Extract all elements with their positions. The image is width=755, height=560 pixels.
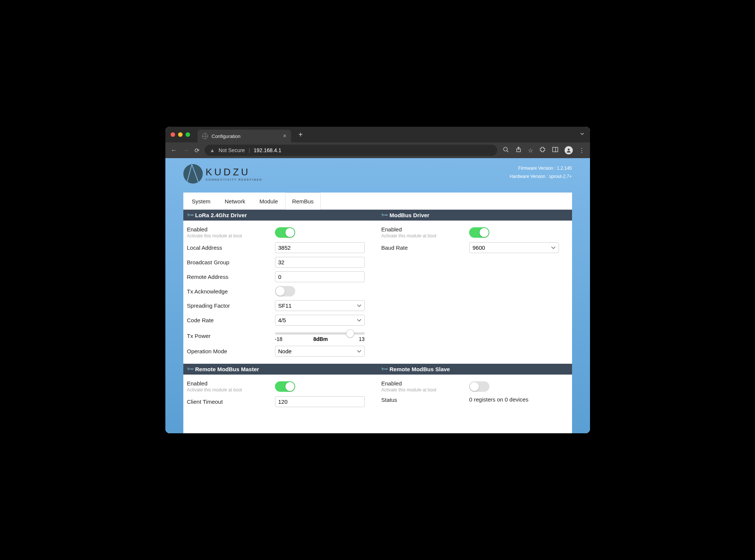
remote-slave-status-value: 0 registers on 0 devices [469,396,528,403]
extensions-icon[interactable] [539,146,546,154]
titlebar: Configuration × + [165,127,590,142]
remote-slave-status-label: Status [381,397,469,403]
panel-modbus: 🔧 ModBus Driver Enabled Activate this mo… [378,210,572,364]
lora-op-mode-label: Operation Mode [187,348,275,354]
tx-power-max: 13 [359,336,365,342]
browser-tab[interactable]: Configuration × [198,130,291,142]
lora-enabled-toggle[interactable] [275,227,295,238]
globe-icon [202,133,208,139]
tabs-dropdown-button[interactable] [580,131,585,138]
lora-sf-select[interactable]: SF11 [275,300,365,311]
remote-slave-enabled-toggle[interactable] [469,381,489,392]
panel-remote-master: 🔧 Remote ModBus Master Enabled Activate … [183,364,378,414]
panel-header-modbus: 🔧 ModBus Driver [378,210,572,221]
wrench-icon: 🔧 [186,211,194,219]
lora-enabled-label: Enabled [187,226,275,233]
share-icon[interactable] [515,146,522,154]
lora-tx-ack-toggle[interactable] [275,286,295,296]
panel-lora: 🔧 LoRa 2.4Ghz Driver Enabled Activate th… [183,210,378,364]
panel-title-remote-slave: Remote ModBus Slave [389,366,450,372]
panel-header-remote-slave: 🔧 Remote ModBus Slave [378,364,572,375]
tab-system[interactable]: System [185,193,218,210]
panel-header-lora: 🔧 LoRa 2.4Ghz Driver [183,210,378,221]
window-controls [171,132,190,137]
tab-network[interactable]: Network [218,193,253,210]
browser-window: Configuration × + ← → ⟳ ▲ Not Secure | 1… [165,127,590,433]
lora-op-mode-select[interactable]: Node [275,346,365,357]
minimize-window-button[interactable] [178,132,183,137]
lora-code-rate-select[interactable]: 4/5 [275,315,365,326]
modbus-baud-label: Baud Rate [381,244,469,251]
lora-tx-power-label: Tx Power [187,333,275,339]
panel-title-lora: LoRa 2.4Ghz Driver [195,212,247,218]
tab-module[interactable]: Module [253,193,285,210]
profile-icon[interactable] [565,146,573,154]
tabs-row: System Network Module RemBus [183,193,572,210]
address-bar[interactable]: ▲ Not Secure | 192.168.4.1 [205,145,497,156]
modbus-enabled-label: Enabled [381,226,469,233]
content-card: System Network Module RemBus 🔧 LoRa 2.4G… [183,193,572,433]
lora-remote-address-label: Remote Address [187,274,275,280]
lora-tx-power-slider[interactable] [275,332,365,335]
forward-button[interactable]: → [183,147,189,154]
reload-button[interactable]: ⟳ [195,147,199,154]
lora-code-rate-label: Code Rate [187,317,275,323]
search-icon[interactable] [502,146,509,154]
tab-rembus[interactable]: RemBus [285,193,321,210]
bookmark-icon[interactable]: ☆ [528,147,533,154]
remote-slave-enabled-sub: Activate this module at boot [381,387,469,393]
modbus-baud-select[interactable]: 9600 [469,242,559,253]
wrench-icon: 🔧 [380,211,388,219]
lora-sf-label: Spreading Factor [187,302,275,309]
lora-broadcast-group-input[interactable] [275,257,365,268]
logo-mark-icon [183,164,203,184]
back-button[interactable]: ← [171,147,177,154]
tab-title: Configuration [212,133,241,139]
firmware-version: Firmware Version : 1.2.145 [510,166,572,171]
remote-master-enabled-toggle[interactable] [275,381,295,392]
lora-tx-ack-label: Tx Acknowledge [187,288,275,295]
logo-name: KUDZU [206,166,263,178]
page-header: KUDZU CONNECTIVITY REDEFINED Firmware Ve… [165,158,590,193]
remote-master-timeout-input[interactable] [275,396,365,407]
modbus-enabled-toggle[interactable] [469,227,489,238]
svg-point-5 [568,149,569,151]
lora-remote-address-input[interactable] [275,271,365,282]
svg-rect-3 [553,147,558,152]
hardware-version: Hardware Version : sprout-2.7+ [510,174,572,179]
panel-title-modbus: ModBus Driver [389,212,430,218]
new-tab-button[interactable]: + [299,130,303,139]
panel-remote-slave: 🔧 Remote ModBus Slave Enabled Activate t… [378,364,572,414]
slider-thumb[interactable] [346,329,354,338]
lora-broadcast-group-label: Broadcast Group [187,259,275,265]
not-secure-icon: ▲ [210,147,215,153]
tx-power-current: 8dBm [313,336,328,342]
panel-header-remote-master: 🔧 Remote ModBus Master [183,364,378,375]
remote-slave-enabled-label: Enabled [381,380,469,387]
logo: KUDZU CONNECTIVITY REDEFINED [183,164,263,184]
page-content: KUDZU CONNECTIVITY REDEFINED Firmware Ve… [165,158,590,433]
version-info: Firmware Version : 1.2.145 Hardware Vers… [510,166,572,182]
close-tab-button[interactable]: × [283,133,286,139]
wrench-icon: 🔧 [186,365,194,373]
remote-master-enabled-label: Enabled [187,380,275,387]
maximize-window-button[interactable] [186,132,190,137]
panel-title-remote-master: Remote ModBus Master [195,366,259,372]
lora-local-address-label: Local Address [187,244,275,251]
wrench-icon: 🔧 [380,365,388,373]
toolbar-icons: ☆ ⋮ [502,146,585,154]
close-window-button[interactable] [171,132,175,137]
panel-icon[interactable] [552,146,559,154]
tx-power-min: -18 [275,336,282,342]
menu-icon[interactable]: ⋮ [579,147,585,154]
panels-scroll[interactable]: 🔧 LoRa 2.4Ghz Driver Enabled Activate th… [183,210,572,433]
browser-toolbar: ← → ⟳ ▲ Not Secure | 192.168.4.1 ☆ ⋮ [165,142,590,158]
lora-local-address-input[interactable] [275,242,365,253]
remote-master-timeout-label: Client Timeout [187,399,275,405]
logo-tagline: CONNECTIVITY REDEFINED [206,178,263,181]
modbus-enabled-sub: Activate this module at boot [381,233,469,239]
not-secure-label: Not Secure [218,147,245,153]
remote-master-enabled-sub: Activate this module at boot [187,387,275,393]
svg-point-0 [504,147,507,151]
url-text: 192.168.4.1 [254,147,281,153]
